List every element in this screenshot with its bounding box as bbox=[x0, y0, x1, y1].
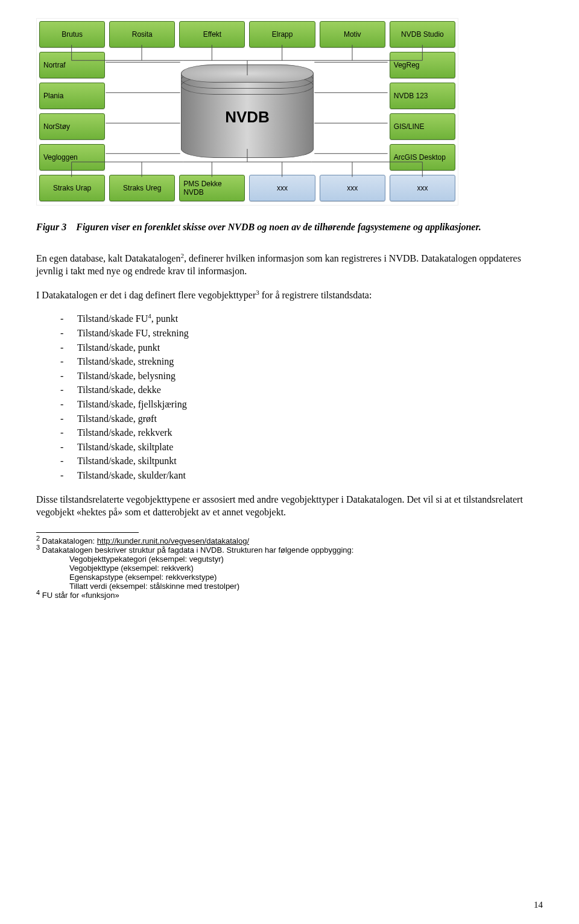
footnote-3-line: Vegobjekttype (eksempel: rekkverk) bbox=[36, 564, 543, 573]
node-straks-ureg-1: Straks Ureg bbox=[109, 175, 175, 201]
node-vegreg: VegReg bbox=[390, 52, 455, 78]
cylinder-label: NVDB bbox=[181, 108, 314, 127]
node-pms-dekke-nvdb-2: PMS Dekke NVDB bbox=[179, 175, 245, 201]
figure-number: Figur 3 bbox=[36, 222, 66, 232]
node-norstøy: NorStøy bbox=[39, 113, 105, 140]
node-nvdb-123: NVDB 123 bbox=[390, 83, 455, 109]
list-item: Tilstand/skade, skiltpunkt bbox=[60, 454, 543, 468]
footnotes: 2 Datakatalogen: http://kunder.runit.no/… bbox=[36, 536, 543, 600]
node-motiv: Motiv bbox=[320, 21, 385, 48]
list-item: Tilstand/skade, belysning bbox=[60, 369, 543, 383]
node-plania: Plania bbox=[39, 83, 105, 109]
node-arcgis-desktop: ArcGIS Desktop bbox=[390, 144, 455, 171]
node-xxx-5: xxx bbox=[390, 175, 455, 201]
list-item: Tilstand/skade, punkt bbox=[60, 341, 543, 354]
paragraph-2: I Datakatalogen er det i dag definert fl… bbox=[36, 289, 543, 302]
footnote-separator bbox=[36, 532, 139, 533]
footnote-3-line: Egenskapstype (eksempel: rekkverkstype) bbox=[36, 573, 543, 582]
node-elrapp: Elrapp bbox=[249, 21, 315, 48]
list-item: Tilstand/skade, dekke bbox=[60, 383, 543, 397]
nvdb-cylinder: NVDB bbox=[109, 52, 385, 171]
list-item: Tilstand/skade, grøft bbox=[60, 412, 543, 426]
figure-caption-text: Figuren viser en forenklet skisse over N… bbox=[76, 222, 481, 232]
footnote-2: 2 Datakatalogen: http://kunder.runit.no/… bbox=[36, 536, 543, 545]
nvdb-architecture-diagram: BrutusRositaEffektElrappMotivNVDB Studio… bbox=[36, 18, 458, 206]
node-nortraf: Nortraf bbox=[39, 52, 105, 78]
footnote-3: 3 Datakatalogen beskriver struktur på fa… bbox=[36, 545, 543, 591]
node-vegloggen: Vegloggen bbox=[39, 144, 105, 171]
node-rosita: Rosita bbox=[109, 21, 175, 48]
footnote-3-line: Tillatt verdi (eksempel: stålskinne med … bbox=[36, 582, 543, 591]
list-item: Tilstand/skade, strekning bbox=[60, 355, 543, 368]
figure-caption: Figur 3 Figuren viser en forenklet skiss… bbox=[36, 221, 543, 234]
node-brutus: Brutus bbox=[39, 21, 105, 48]
node-xxx-3: xxx bbox=[249, 175, 315, 201]
list-item: Tilstand/skade, skiltplate bbox=[60, 441, 543, 454]
list-item: Tilstand/skade, skulder/kant bbox=[60, 469, 543, 482]
node-effekt: Effekt bbox=[179, 21, 245, 48]
datakatalog-link[interactable]: http://kunder.runit.no/vegvesen/datakata… bbox=[97, 536, 249, 545]
list-item: Tilstand/skade, rekkverk bbox=[60, 426, 543, 439]
list-item: Tilstand/skade, fjellskjæring bbox=[60, 398, 543, 411]
node-nvdb-studio: NVDB Studio bbox=[390, 21, 455, 48]
list-item: Tilstand/skade FU, strekning bbox=[60, 327, 543, 340]
node-xxx-4: xxx bbox=[320, 175, 385, 201]
vegobjekt-type-list: Tilstand/skade FU4, punktTilstand/skade … bbox=[60, 312, 543, 482]
node-gis-line: GIS/LINE bbox=[390, 113, 455, 140]
paragraph-1: En egen database, kalt Datakatalogen2, d… bbox=[36, 252, 543, 278]
node-straks-urap-0: Straks Urap bbox=[39, 175, 105, 201]
paragraph-3: Disse tilstandsrelaterte vegobjekttypene… bbox=[36, 493, 543, 519]
list-item: Tilstand/skade FU4, punkt bbox=[60, 312, 543, 325]
footnote-3-line: Vegobjekttypekategori (eksempel: vegutst… bbox=[36, 555, 543, 564]
footnote-4: 4 FU står for «funksjon» bbox=[36, 591, 543, 600]
